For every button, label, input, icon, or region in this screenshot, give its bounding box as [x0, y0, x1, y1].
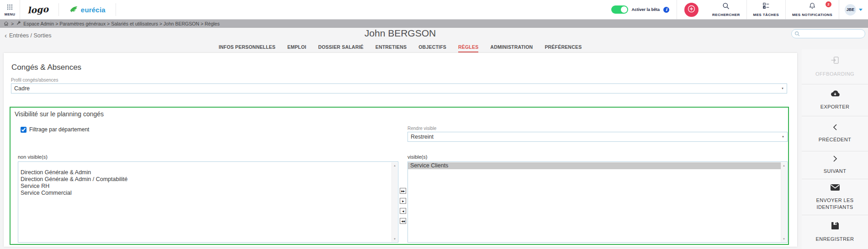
menu-button[interactable]: MENU	[0, 0, 20, 19]
chevron-right-icon	[833, 156, 837, 164]
page-search	[791, 29, 865, 38]
department-filter-label[interactable]: Filtrage par département	[29, 126, 89, 133]
search-input[interactable]	[791, 29, 865, 38]
select-arrow-icon: ▼	[781, 87, 784, 90]
save-icon	[831, 222, 839, 232]
page-title: John BERGSON	[0, 28, 800, 39]
breadcrumb-separator: >	[11, 21, 14, 26]
offboarding-button[interactable]: OFFBOARDING	[802, 49, 868, 84]
add-button[interactable]	[684, 3, 699, 17]
search-icon	[722, 2, 730, 11]
leave-profile-value: Cadre	[14, 85, 30, 92]
list-item[interactable]: Direction Générale & Admin / Comptabilit…	[18, 176, 392, 183]
export-button[interactable]: EXPORTER	[802, 84, 868, 116]
non-visible-list-label: non visible(s)	[18, 154, 48, 160]
notifications-badge: 2	[826, 1, 831, 7]
divider	[677, 0, 677, 19]
send-credentials-button[interactable]: ENVOYER LES IDENTIFIANTS	[802, 179, 868, 215]
select-arrow-icon: ▼	[782, 135, 784, 138]
save-label: ENREGISTRER	[810, 236, 860, 243]
visible-listbox[interactable]: Service Clients ▲ ▼	[408, 161, 788, 243]
top-bar: MENU logo eurécia Activer la bêta i RECH…	[0, 0, 868, 20]
next-button[interactable]: SUIVANT	[802, 151, 868, 179]
divider	[58, 3, 59, 16]
export-label: EXPORTER	[810, 104, 860, 110]
list-item[interactable]: Service RH	[18, 183, 392, 190]
tab-regles[interactable]: RÈGLES	[458, 44, 478, 52]
tasks-icon	[762, 2, 770, 11]
chevron-left-icon	[833, 124, 837, 132]
eurecia-brand-text: eurécia	[81, 6, 106, 14]
tab-emploi[interactable]: EMPLOI	[287, 44, 306, 52]
save-button[interactable]: ENREGISTRER	[802, 215, 868, 249]
scroll-down-icon[interactable]: ▼	[392, 236, 397, 242]
breadcrumb[interactable]: > Espace Admin > Paramètres généraux > S…	[0, 20, 868, 28]
employee-tabs: INFOS PERSONNELLES EMPLOI DOSSIER SALARI…	[0, 44, 800, 52]
offboarding-label: OFFBOARDING	[810, 71, 860, 78]
visibility-section: Visibilité sur le planning congés Filtra…	[10, 107, 789, 245]
non-visible-listbox[interactable]: Direction Générale & Admin Direction Gén…	[18, 161, 398, 243]
plus-circle-icon	[688, 5, 695, 15]
tab-preferences[interactable]: PRÉFÉRENCES	[545, 44, 582, 52]
beta-toggle-group: Activer la bêta i	[611, 5, 670, 14]
tasks-action[interactable]: MES TÂCHES	[747, 0, 785, 19]
envelope-icon	[830, 184, 840, 193]
move-left-button[interactable]: ◀	[400, 208, 406, 214]
eurecia-logo[interactable]: eurécia	[69, 5, 106, 15]
info-icon[interactable]: i	[663, 7, 669, 13]
tasks-action-label: MES TÂCHES	[753, 13, 779, 17]
offboarding-icon	[831, 56, 840, 67]
scrollbar[interactable]: ▲ ▼	[781, 162, 787, 242]
visibility-title: Visibilité sur le planning congés	[15, 110, 104, 118]
notifications-action[interactable]: 2 MES NOTIFICATIONS	[786, 0, 839, 19]
list-item[interactable]: Direction Générale & Admin	[18, 169, 392, 176]
department-filter-checkbox[interactable]	[21, 127, 26, 133]
avatar: JBE	[845, 4, 856, 16]
visible-mode-value: Restreint	[411, 134, 434, 140]
list-item-selected[interactable]: Service Clients	[408, 162, 781, 169]
previous-label: PRÉCÉDENT	[810, 136, 860, 143]
notifications-action-label: MES NOTIFICATIONS	[792, 13, 832, 17]
tab-dossier-salarie[interactable]: DOSSIER SALARIÉ	[318, 44, 363, 52]
divider	[116, 3, 116, 16]
visible-mode-select[interactable]: Restreint ▼	[408, 132, 788, 142]
tab-objectifs[interactable]: OBJECTIFS	[418, 44, 446, 52]
move-all-left-button[interactable]: ◀◀	[400, 218, 406, 224]
move-right-button[interactable]: ▶	[400, 198, 406, 204]
leave-profile-select[interactable]: Cadre ▼	[11, 83, 787, 93]
menu-grid-icon	[7, 3, 12, 11]
scroll-down-icon[interactable]: ▼	[781, 236, 787, 242]
move-all-right-button[interactable]: ▶▶	[400, 188, 406, 194]
menu-label: MENU	[5, 12, 15, 16]
department-filter-row: Filtrage par département	[21, 126, 89, 133]
action-sidebar: OFFBOARDING EXPORTER PRÉCÉDENT SUIVANT E…	[802, 49, 868, 249]
previous-button[interactable]: PRÉCÉDENT	[802, 116, 868, 151]
user-menu[interactable]: JBE	[839, 4, 868, 16]
section-title: Congés & Absences	[11, 63, 81, 72]
transfer-buttons: ▶▶ ▶ ◀ ◀◀	[400, 188, 406, 224]
profile-field-label: Profil congés/absences	[11, 78, 58, 83]
scrollbar[interactable]: ▲ ▼	[392, 162, 397, 242]
company-logo: logo	[27, 4, 48, 15]
beta-toggle[interactable]	[611, 5, 628, 14]
send-credentials-label: ENVOYER LES IDENTIFIANTS	[810, 197, 860, 211]
tab-infos-personnelles[interactable]: INFOS PERSONNELLES	[219, 44, 275, 52]
home-icon[interactable]	[4, 21, 9, 27]
list-item[interactable]: Service Commercial	[18, 190, 392, 197]
tab-administration[interactable]: ADMINISTRATION	[490, 44, 533, 52]
visible-field-label: Rendre visible	[408, 126, 436, 131]
next-label: SUIVANT	[810, 168, 860, 175]
tab-entretiens[interactable]: ENTRETIENS	[376, 44, 407, 52]
caret-down-icon	[859, 9, 863, 11]
main-content: Congés & Absences Profil congés/absences…	[4, 53, 797, 247]
search-action-label: RECHERCHER	[712, 13, 740, 17]
admin-tools-icon	[16, 21, 21, 27]
beta-toggle-label: Activer la bêta	[632, 7, 660, 12]
scroll-up-icon[interactable]: ▲	[392, 162, 397, 168]
eurecia-bird-icon	[69, 5, 79, 15]
search-input-icon	[794, 31, 800, 36]
bell-icon	[809, 2, 816, 11]
breadcrumb-path: Espace Admin > Paramètres généraux > Sal…	[23, 21, 220, 26]
search-action[interactable]: RECHERCHER	[706, 0, 746, 19]
scroll-up-icon[interactable]: ▲	[781, 162, 787, 168]
